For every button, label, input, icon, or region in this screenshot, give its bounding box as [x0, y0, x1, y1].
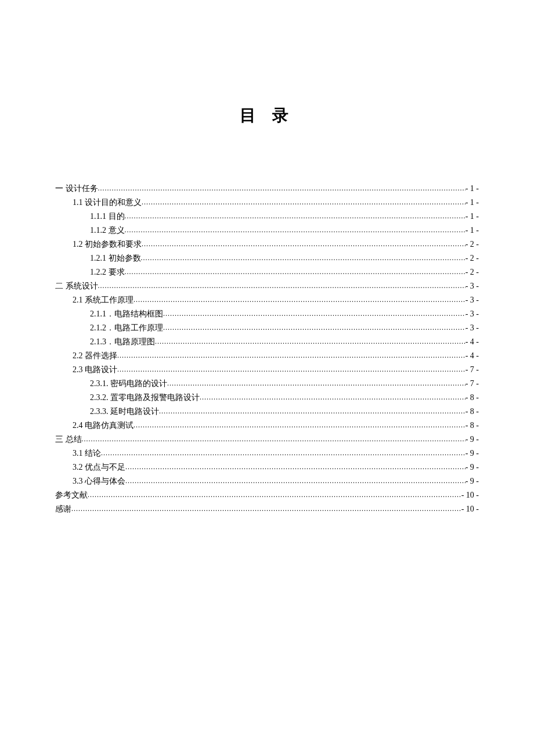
table-of-contents: 一 设计任务- 1 -1.1 设计目的和意义- 1 -1.1.1 目的- 1 -…: [55, 182, 479, 516]
toc-leader-dots: [200, 391, 466, 404]
toc-leader-dots: [142, 196, 466, 209]
toc-entry-page: - 3 -: [466, 307, 479, 321]
toc-leader-dots: [134, 419, 466, 432]
toc-entry: 2.3.2. 置零电路及报警电路设计- 8 -: [55, 391, 479, 405]
toc-leader-dots: [117, 363, 466, 376]
toc-entry-title: 感谢: [55, 502, 71, 516]
toc-leader-dots: [155, 335, 466, 348]
toc-leader-dots: [125, 210, 466, 223]
toc-entry-page: - 8 -: [466, 391, 479, 404]
toc-leader-dots: [134, 293, 466, 307]
toc-leader-dots: [88, 488, 461, 502]
toc-entry-page: - 7 -: [466, 363, 479, 376]
toc-leader-dots: [101, 447, 466, 460]
toc-entry: 3.1 结论- 9 -: [55, 447, 479, 460]
toc-entry-title: 2.1 系统工作原理: [73, 293, 134, 307]
toc-entry-page: - 4 -: [466, 349, 479, 362]
toc-entry-title: 1.2.2 要求: [90, 265, 125, 279]
toc-entry-title: 2.1.2．电路工作原理: [90, 321, 163, 334]
toc-entry-title: 2.3.3. 延时电路设计: [90, 405, 159, 418]
toc-entry-page: - 10 -: [461, 502, 479, 516]
toc-entry: 2.1.1．电路结构框图- 3 -: [55, 307, 479, 321]
toc-leader-dots: [141, 251, 466, 265]
toc-entry: 一 设计任务- 1 -: [55, 182, 479, 196]
toc-entry-page: - 2 -: [466, 265, 479, 279]
toc-entry: 2.3.3. 延时电路设计- 8 -: [55, 405, 479, 419]
toc-entry: 2.2 器件选择- 4 -: [55, 349, 479, 363]
toc-entry-title: 1.2.1 初始参数: [90, 251, 141, 265]
toc-entry-page: - 3 -: [466, 293, 479, 307]
toc-entry-page: - 2 -: [466, 237, 479, 251]
toc-entry: 1.2.1 初始参数- 2 -: [55, 251, 479, 265]
toc-entry-page: - 1 -: [466, 224, 479, 237]
toc-entry-title: 3.3 心得与体会: [73, 474, 125, 488]
toc-entry: 2.1.3．电路原理图- 4 -: [55, 335, 479, 349]
toc-leader-dots: [167, 377, 466, 390]
toc-entry-page: - 2 -: [466, 251, 479, 265]
toc-leader-dots: [125, 265, 466, 279]
toc-entry-title: 1.1.1 目的: [90, 210, 125, 223]
toc-entry: 二 系统设计- 3 -: [55, 279, 479, 293]
toc-entry-title: 三 总结: [55, 433, 82, 446]
toc-entry-page: - 9 -: [466, 433, 479, 446]
toc-entry: 2.4 电路仿真测试- 8 -: [55, 419, 479, 433]
toc-entry-title: 2.4 电路仿真测试: [73, 419, 134, 432]
toc-leader-dots: [82, 433, 466, 446]
toc-entry-title: 1.2 初始参数和要求: [73, 237, 142, 251]
toc-leader-dots: [71, 502, 461, 516]
toc-entry: 三 总结- 9 -: [55, 433, 479, 447]
toc-entry-page: - 3 -: [466, 321, 479, 334]
toc-entry-title: 3.1 结论: [73, 447, 101, 460]
toc-entry-title: 参考文献: [55, 488, 88, 502]
toc-entry: 1.2.2 要求- 2 -: [55, 265, 479, 279]
toc-entry-title: 2.2 器件选择: [73, 349, 117, 362]
toc-entry: 2.3 电路设计- 7 -: [55, 363, 479, 377]
toc-entry-page: - 3 -: [466, 279, 479, 293]
toc-leader-dots: [117, 349, 466, 362]
toc-entry-page: - 4 -: [466, 335, 479, 348]
toc-entry-title: 2.1.1．电路结构框图: [90, 307, 163, 321]
toc-entry: 1.1.2 意义- 1 -: [55, 224, 479, 237]
page-title: 目 录: [55, 105, 479, 127]
toc-entry-title: 2.3.2. 置零电路及报警电路设计: [90, 391, 200, 404]
toc-entry-page: - 10 -: [461, 488, 479, 502]
toc-leader-dots: [125, 474, 466, 488]
toc-entry: 2.1.2．电路工作原理- 3 -: [55, 321, 479, 335]
toc-entry-page: - 8 -: [466, 419, 479, 432]
toc-entry-title: 1.1.2 意义: [90, 224, 125, 237]
toc-entry-title: 2.3 电路设计: [73, 363, 117, 376]
toc-entry: 3.3 心得与体会- 9 -: [55, 474, 479, 488]
toc-entry-title: 二 系统设计: [55, 279, 98, 293]
toc-entry: 2.1 系统工作原理- 3 -: [55, 293, 479, 307]
toc-entry-title: 1.1 设计目的和意义: [73, 196, 142, 209]
toc-leader-dots: [163, 321, 466, 334]
toc-entry: 2.3.1. 密码电路的设计- 7 -: [55, 377, 479, 391]
toc-entry-page: - 1 -: [466, 210, 479, 223]
toc-leader-dots: [98, 182, 466, 195]
toc-entry-page: - 9 -: [466, 474, 479, 488]
toc-entry-title: 3.2 优点与不足: [73, 460, 125, 474]
toc-leader-dots: [125, 224, 466, 237]
toc-entry-page: - 7 -: [466, 377, 479, 390]
toc-entry: 感谢- 10 -: [55, 502, 479, 516]
toc-leader-dots: [163, 307, 466, 321]
toc-entry-title: 2.1.3．电路原理图: [90, 335, 155, 348]
toc-entry: 1.1 设计目的和意义- 1 -: [55, 196, 479, 210]
toc-leader-dots: [125, 460, 466, 474]
toc-entry-page: - 9 -: [466, 447, 479, 460]
toc-entry-title: 一 设计任务: [55, 182, 98, 195]
toc-entry: 1.1.1 目的- 1 -: [55, 210, 479, 224]
toc-entry-page: - 1 -: [466, 196, 479, 209]
toc-entry-title: 2.3.1. 密码电路的设计: [90, 377, 167, 390]
toc-entry: 参考文献- 10 -: [55, 488, 479, 502]
toc-leader-dots: [98, 279, 466, 293]
toc-leader-dots: [142, 237, 466, 251]
toc-entry: 3.2 优点与不足- 9 -: [55, 460, 479, 474]
toc-entry-page: - 9 -: [466, 460, 479, 474]
toc-entry-page: - 1 -: [466, 182, 479, 195]
toc-entry-page: - 8 -: [466, 405, 479, 418]
toc-entry: 1.2 初始参数和要求- 2 -: [55, 237, 479, 251]
toc-leader-dots: [159, 405, 466, 418]
